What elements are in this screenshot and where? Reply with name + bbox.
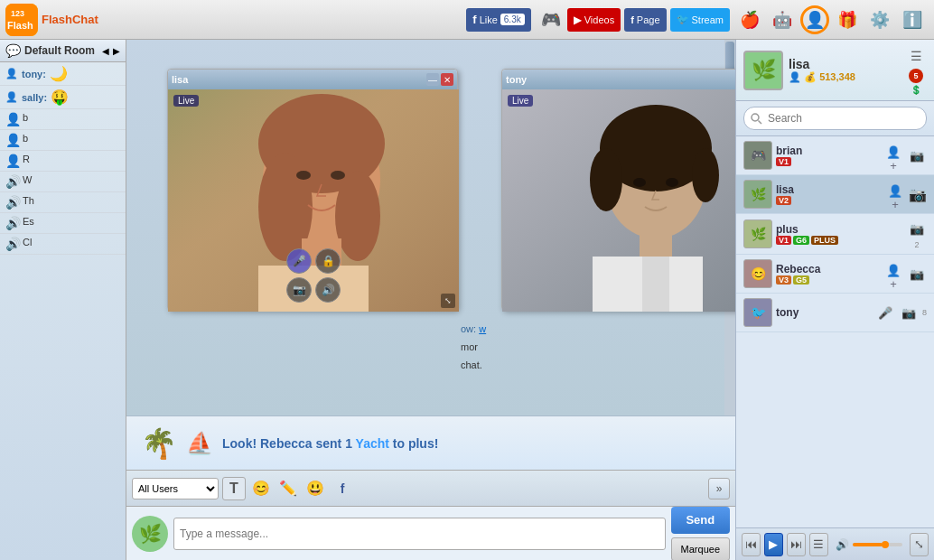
videos-label: Videos <box>584 14 614 25</box>
lisa-badge-v2: V2 <box>776 196 791 205</box>
left-sidebar: 💬 Default Room ◀ ▶ 👤 tony: 🌙 👤 sally: 🤑 … <box>0 40 126 560</box>
video-title-lisa: lisa <box>172 74 425 85</box>
rebecca-add-btn[interactable]: 👤+ <box>883 264 903 284</box>
room-name: Default Room <box>24 44 95 57</box>
sidebar-msg-2: 👤 b <box>0 130 126 151</box>
skip-fwd-button[interactable]: ⏭ <box>787 533 806 556</box>
video-titlebar-tony: tony — ✕ <box>502 70 735 89</box>
lock-btn-lisa[interactable]: 🔒 <box>315 248 341 274</box>
skip-back-button[interactable]: ⏮ <box>742 533 761 556</box>
play-button[interactable]: ▶ <box>764 533 783 556</box>
settings-icon-button[interactable]: ⚙️ <box>865 5 894 34</box>
sidebar-msg-t: 🔊 Th <box>0 192 126 213</box>
video-window-lisa: lisa — ✕ <box>167 69 458 311</box>
search-input[interactable] <box>743 107 927 130</box>
page-label: Page <box>637 14 660 25</box>
list-button[interactable]: ☰ <box>809 533 828 556</box>
cam-btn-lisa[interactable]: 📷 <box>286 277 312 303</box>
user-item-plus[interactable]: 🌿 plus V1 G6 PLUS 📷 2 <box>736 214 934 255</box>
speaker-btn-lisa[interactable]: 🔊 <box>315 277 341 303</box>
user-list: 🎮 brian V1 👤+ 📷 🌿 lisa V2 <box>736 136 934 527</box>
apple-icon-button[interactable]: 🍎 <box>735 5 764 34</box>
stream-button[interactable]: 🐦 Stream <box>670 8 730 32</box>
sticker-button[interactable]: 😃 <box>304 477 327 500</box>
sidebar-user-tony: 👤 tony: 🌙 <box>0 62 126 86</box>
facebook-like-button[interactable]: f Like 6.3k <box>466 8 530 32</box>
message-input[interactable] <box>173 518 666 550</box>
lisa-add-btn[interactable]: 👤+ <box>885 184 905 204</box>
rebecca-badges: V3 G5 <box>776 275 880 285</box>
list-view-button[interactable]: ☰ <box>905 45 927 67</box>
user-icon: 👤 <box>5 68 18 79</box>
send-button[interactable]: Send <box>671 507 730 534</box>
info-icon-button[interactable]: ℹ️ <box>898 5 927 34</box>
rebecca-badge-v3: V3 <box>776 275 791 285</box>
lisa-badges: V2 <box>776 196 882 205</box>
chat-icon: 💬 <box>5 43 21 58</box>
user-profile-button[interactable]: 👤 <box>800 5 829 34</box>
user-item-lisa[interactable]: 🌿 lisa V2 👤+ 📷 <box>736 175 934 214</box>
recipient-select[interactable]: All Users Selected User <box>132 478 219 499</box>
gold-count: 513,348 <box>819 71 855 82</box>
user-item-brian[interactable]: 🎮 brian V1 👤+ 📷 <box>736 136 934 175</box>
emoji-button[interactable]: 😊 <box>249 477 273 500</box>
video-resize-lisa[interactable]: ⤡ <box>441 294 455 308</box>
lisa-cam-active-icon: 📷 <box>909 186 927 203</box>
user-item-tony[interactable]: 🐦 tony 🎤 📷 8 <box>736 294 934 332</box>
center-panel: lisa — ✕ <box>126 40 735 560</box>
plus-cam-btn[interactable]: 📷 <box>907 219 927 238</box>
scroll-right-btn[interactable]: ▶ <box>113 46 120 56</box>
video-close-lisa[interactable]: ✕ <box>441 73 453 86</box>
message-input-row: 🌿 Send Marquee <box>126 506 735 560</box>
android-icon-button[interactable]: 🤖 <box>768 5 797 34</box>
video-minimize-lisa[interactable]: — <box>426 73 439 86</box>
brian-cam-btn[interactable]: 📷 <box>907 145 927 165</box>
profile-name: lisa <box>789 57 900 71</box>
header: 123 Flash FlashChat f Like 6.3k 🎮 ▶ Vide… <box>0 0 934 40</box>
volume-control[interactable] <box>853 540 902 549</box>
video-window-tony: tony — ✕ <box>501 69 735 311</box>
expand-button[interactable]: » <box>708 478 730 499</box>
user-item-rebecca[interactable]: 😊 Rebecca V3 G5 👤+ 📷 <box>736 255 934 294</box>
user-icon: 👤 <box>805 10 825 30</box>
plus-name: plus <box>776 223 903 236</box>
brian-add-btn[interactable]: 👤+ <box>883 145 903 165</box>
rebecca-avatar: 😊 <box>743 259 772 288</box>
svg-point-9 <box>296 171 311 180</box>
lisa-info: lisa V2 <box>776 183 882 205</box>
page-button[interactable]: f Page <box>624 8 666 32</box>
fb-share-button[interactable]: f <box>331 477 354 500</box>
link-text: ow: w <box>461 323 486 334</box>
game-icon-button[interactable]: 🎮 <box>537 5 565 34</box>
fb-icon: f <box>472 13 476 26</box>
sidebar-msg-3: 👤 R <box>0 151 126 172</box>
tony-mic-btn[interactable]: 🎤 <box>875 303 895 322</box>
tony-cam-btn[interactable]: 📷 <box>899 303 919 322</box>
fullscreen-button[interactable]: ⤡ <box>910 533 929 556</box>
chat-area: lisa — ✕ <box>126 40 735 415</box>
user-icon: 👤 <box>5 91 18 103</box>
plus-info: plus V1 G6 PLUS <box>776 223 903 245</box>
marquee-button[interactable]: Marquee <box>671 537 730 561</box>
mic-btn-lisa[interactable]: 🎤 <box>286 248 312 274</box>
videos-button[interactable]: ▶ Videos <box>567 8 621 32</box>
video-content-lisa: Live 🎤 🔒 📷 🔊 ⤡ <box>168 89 459 312</box>
scroll-left-btn[interactable]: ◀ <box>102 46 109 56</box>
text-format-button[interactable]: T <box>222 477 246 500</box>
sidebar-msg-cl: 🔊 Cl <box>0 234 126 255</box>
rebecca-info: Rebecca V3 G5 <box>776 263 880 285</box>
draw-button[interactable]: ✏️ <box>276 477 300 500</box>
brian-name: brian <box>776 145 880 157</box>
gift-icon-button[interactable]: 🎁 <box>833 5 862 34</box>
boat-icon: ⛵ <box>186 431 213 456</box>
plus-badge-plus: PLUS <box>811 236 838 245</box>
volume-icon: 🔊 <box>5 237 21 251</box>
svg-text:Flash: Flash <box>7 20 33 31</box>
rebecca-cam-btn[interactable]: 📷 <box>907 264 927 284</box>
lisa-avatar: 🌿 <box>743 180 772 209</box>
svg-point-17 <box>590 148 622 211</box>
gift-item: Yacht <box>356 436 389 451</box>
tony-right: 8 <box>922 308 927 317</box>
rebecca-badge-g5: G5 <box>793 275 809 285</box>
tony-name: tony <box>776 306 872 319</box>
